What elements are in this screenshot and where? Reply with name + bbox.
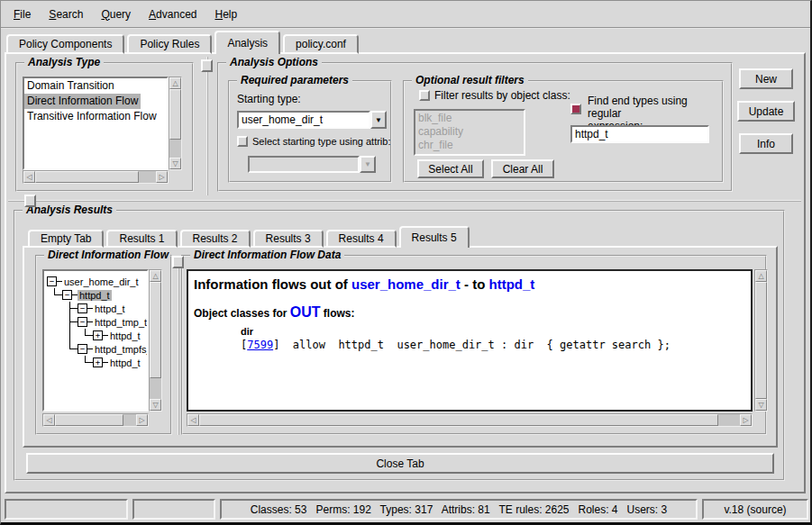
flow-data-vscrollbar[interactable]: △ ▽ bbox=[754, 269, 768, 412]
scrollbar-thumb[interactable] bbox=[169, 89, 181, 140]
tab-policy-conf[interactable]: policy.conf bbox=[283, 34, 359, 54]
tab-empty-tab[interactable]: Empty Tab bbox=[28, 230, 104, 248]
optional-result-filters-title: Optional result filters bbox=[412, 74, 528, 86]
policy-version: v.18 (source) bbox=[724, 503, 786, 516]
vertical-sash[interactable] bbox=[206, 57, 208, 195]
menu-search[interactable]: Search bbox=[41, 5, 91, 23]
info-button[interactable]: Info bbox=[739, 133, 793, 154]
scrollbar-thumb[interactable] bbox=[755, 282, 767, 399]
list-item-transitive-information-flow[interactable]: Transitive Information Flow bbox=[24, 109, 160, 124]
clear-all-button[interactable]: Clear All bbox=[491, 159, 554, 178]
tab-results-5[interactable]: Results 5 bbox=[399, 226, 470, 248]
object-class-item: capability bbox=[418, 125, 521, 139]
tab-results-3[interactable]: Results 3 bbox=[253, 230, 324, 248]
tree-node-label[interactable]: httpd_tmp_t bbox=[93, 317, 149, 328]
sash-grip[interactable] bbox=[201, 59, 213, 72]
tab-policy-rules[interactable]: Policy Rules bbox=[127, 34, 212, 54]
flow-direction: OUT bbox=[290, 304, 321, 320]
close-tab-button[interactable]: Close Tab bbox=[26, 453, 774, 474]
expand-icon[interactable]: + bbox=[93, 358, 103, 367]
object-class-checkbox[interactable] bbox=[419, 90, 430, 101]
menu-advanced[interactable]: Advanced bbox=[141, 5, 205, 23]
starting-type-value[interactable]: user_home_dir_t bbox=[237, 111, 370, 129]
starting-type-label: Starting type: bbox=[237, 93, 301, 105]
scroll-up-icon[interactable]: △ bbox=[755, 270, 767, 282]
update-button[interactable]: Update bbox=[737, 101, 795, 122]
analysis-type-vscrollbar[interactable]: △ ▽ bbox=[169, 77, 182, 170]
object-class-item: blk_file bbox=[418, 112, 521, 125]
flow-data-text[interactable]: Information flows out of user_home_dir_t… bbox=[187, 269, 753, 412]
analysis-options-frame: Analysis Options Required parameters Sta… bbox=[217, 62, 733, 192]
scrollbar-trough[interactable] bbox=[169, 89, 181, 158]
menu-help[interactable]: Help bbox=[206, 5, 245, 23]
collapse-icon[interactable]: − bbox=[78, 317, 87, 327]
scroll-down-icon[interactable]: ▽ bbox=[150, 399, 161, 411]
flow-data-hscrollbar[interactable]: ◁ ▷ bbox=[187, 413, 753, 427]
select-all-button[interactable]: Select All bbox=[417, 159, 484, 178]
results-tab-bar: Empty Tab Results 1 Results 2 Results 3 … bbox=[28, 226, 472, 248]
starting-type-combobox[interactable]: user_home_dir_t ▼ bbox=[237, 111, 387, 129]
scrollbar-thumb[interactable] bbox=[55, 414, 123, 426]
required-parameters-frame: Required parameters Starting type: user_… bbox=[228, 80, 392, 183]
expand-icon[interactable]: + bbox=[93, 330, 103, 340]
scroll-down-icon[interactable]: ▽ bbox=[169, 158, 181, 169]
attrib-checkbox-label: Select starting type using attrib: bbox=[252, 136, 390, 147]
rule-number-link[interactable]: 7599 bbox=[247, 339, 273, 351]
scroll-up-icon[interactable]: △ bbox=[150, 270, 161, 282]
list-item-domain-transition[interactable]: Domain Transition bbox=[24, 78, 117, 94]
flow-tree-vscrollbar[interactable]: △ ▽ bbox=[149, 269, 162, 412]
new-button[interactable]: New bbox=[739, 68, 793, 89]
tab-results-4[interactable]: Results 4 bbox=[326, 230, 397, 248]
scrollbar-trough[interactable] bbox=[150, 282, 161, 399]
scroll-left-icon[interactable]: ◁ bbox=[187, 414, 199, 426]
analysis-type-hscrollbar[interactable]: ◁ ▷ bbox=[23, 170, 169, 184]
collapse-icon[interactable]: − bbox=[62, 290, 72, 300]
status-file-box bbox=[5, 499, 128, 520]
menu-query[interactable]: Query bbox=[93, 5, 139, 23]
regex-input[interactable] bbox=[570, 125, 709, 143]
scroll-left-icon[interactable]: ◁ bbox=[43, 414, 55, 426]
scroll-right-icon[interactable]: ▷ bbox=[740, 414, 752, 426]
scroll-right-icon[interactable]: ▷ bbox=[136, 414, 148, 426]
tree-node-label[interactable]: user_home_dir_t bbox=[62, 276, 141, 287]
list-item-direct-information-flow[interactable]: Direct Information Flow bbox=[24, 94, 141, 109]
tree-node-label[interactable]: httpd_t bbox=[108, 330, 142, 341]
collapse-icon[interactable]: − bbox=[78, 344, 87, 354]
scrollbar-trough[interactable] bbox=[35, 171, 156, 183]
scrollbar-trough[interactable] bbox=[55, 414, 136, 426]
tree-node-label[interactable]: httpd_t bbox=[78, 290, 112, 301]
sash-grip[interactable] bbox=[24, 195, 36, 207]
scrollbar-thumb[interactable] bbox=[199, 414, 718, 426]
attrib-checkbox[interactable] bbox=[237, 136, 248, 147]
scrollbar-trough[interactable] bbox=[755, 282, 767, 399]
menu-file[interactable]: File bbox=[5, 5, 39, 23]
combo-arrow-icon[interactable]: ▼ bbox=[370, 111, 387, 129]
scroll-left-icon[interactable]: ◁ bbox=[23, 171, 35, 183]
status-stats-box: Classes: 53 Perms: 192 Types: 317 Attrib… bbox=[220, 499, 698, 520]
flow-tree-hscrollbar[interactable]: ◁ ▷ bbox=[42, 413, 149, 427]
target-type: httpd_t bbox=[489, 276, 535, 292]
horizontal-sash[interactable] bbox=[8, 200, 801, 202]
scrollbar-thumb[interactable] bbox=[35, 171, 139, 183]
collapse-icon[interactable]: − bbox=[47, 276, 57, 286]
tree-node-label[interactable]: httpd_t bbox=[108, 358, 142, 368]
flow-data-frame: Direct Information Flow Data Information… bbox=[181, 255, 767, 435]
scroll-down-icon[interactable]: ▽ bbox=[755, 399, 767, 411]
tab-results-2[interactable]: Results 2 bbox=[180, 230, 251, 248]
scroll-up-icon[interactable]: △ bbox=[169, 77, 181, 89]
sash-grip[interactable] bbox=[172, 256, 184, 268]
tree-row: −httpd_tmpfs_ bbox=[47, 342, 147, 356]
collapse-icon[interactable]: − bbox=[78, 303, 87, 313]
tree-node-label[interactable]: httpd_t bbox=[93, 303, 127, 314]
scrollbar-thumb[interactable] bbox=[150, 282, 161, 378]
regex-checkbox[interactable] bbox=[570, 104, 581, 114]
tree-node-label[interactable]: httpd_tmpfs_ bbox=[93, 344, 149, 355]
scrollbar-trough[interactable] bbox=[199, 414, 740, 426]
vertical-sash[interactable] bbox=[178, 257, 179, 435]
scroll-right-icon[interactable]: ▷ bbox=[156, 171, 168, 183]
analysis-type-frame: Analysis Type Domain Transition Direct I… bbox=[15, 62, 194, 192]
tree-row: −httpd_t bbox=[47, 302, 147, 315]
tab-policy-components[interactable]: Policy Components bbox=[6, 34, 124, 54]
tab-results-1[interactable]: Results 1 bbox=[106, 230, 177, 248]
tab-analysis[interactable]: Analysis bbox=[214, 31, 280, 54]
